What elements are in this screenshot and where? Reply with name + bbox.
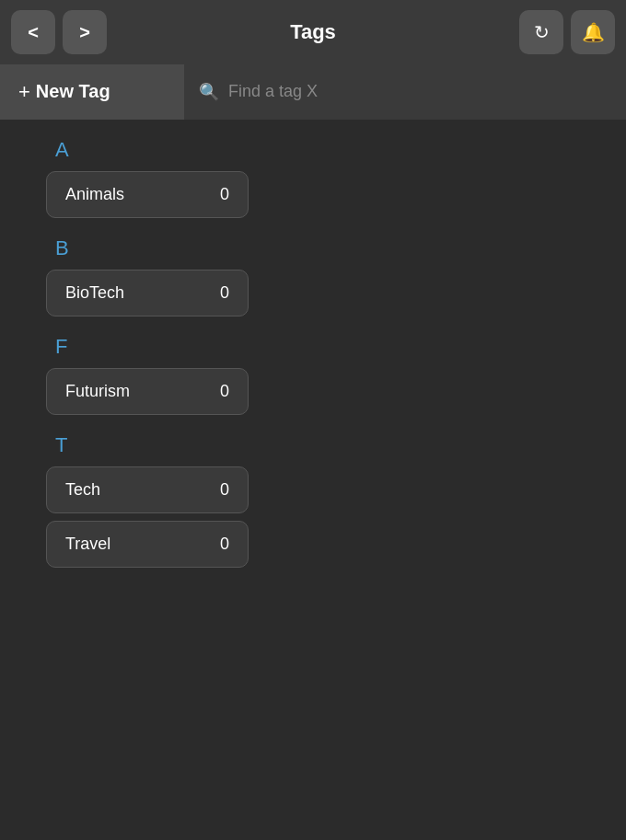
tag-name: Tech: [65, 480, 205, 500]
tag-item[interactable]: Animals0: [46, 171, 249, 218]
new-tag-button[interactable]: + New Tag: [0, 64, 184, 120]
notifications-button[interactable]: 🔔: [571, 10, 615, 54]
tag-name: BioTech: [65, 283, 205, 303]
tag-item[interactable]: Travel0: [46, 521, 249, 568]
tag-list-content: AAnimals0BBioTech0FFuturism0TTech0Travel…: [0, 120, 626, 840]
refresh-button[interactable]: ↻: [519, 10, 563, 54]
search-input[interactable]: [228, 82, 611, 101]
bell-icon: 🔔: [582, 21, 605, 43]
nav-buttons: < >: [11, 10, 107, 54]
new-tag-label: New Tag: [36, 81, 110, 102]
toolbar: + New Tag 🔍: [0, 64, 626, 120]
tag-name: Animals: [65, 185, 205, 204]
section-letter: B: [55, 236, 580, 260]
section-b: BBioTech0: [46, 236, 580, 316]
tag-count: 0: [220, 480, 229, 500]
tag-name: Futurism: [65, 382, 205, 401]
back-button[interactable]: <: [11, 10, 55, 54]
forward-button[interactable]: >: [63, 10, 107, 54]
chevron-left-icon: <: [28, 22, 39, 43]
plus-icon: +: [18, 80, 30, 104]
section-t: TTech0Travel0: [46, 433, 580, 568]
section-f: FFuturism0: [46, 335, 580, 415]
tag-list: BioTech0: [46, 270, 580, 316]
tag-count: 0: [220, 535, 229, 554]
tag-count: 0: [220, 185, 229, 204]
section-letter: T: [55, 433, 580, 457]
page-title: Tags: [107, 20, 519, 44]
tag-item[interactable]: Futurism0: [46, 368, 249, 415]
tag-count: 0: [220, 283, 229, 303]
chevron-right-icon: >: [79, 22, 90, 43]
header-actions: ↻ 🔔: [519, 10, 615, 54]
search-bar: 🔍: [184, 64, 626, 120]
section-letter: A: [55, 138, 580, 162]
section-a: AAnimals0: [46, 138, 580, 218]
tag-item[interactable]: Tech0: [46, 466, 249, 513]
section-letter: F: [55, 335, 580, 359]
header: < > Tags ↻ 🔔: [0, 0, 626, 64]
refresh-icon: ↻: [534, 21, 550, 43]
tag-name: Travel: [65, 535, 205, 554]
tag-list: Tech0Travel0: [46, 466, 580, 568]
tag-count: 0: [220, 382, 229, 401]
search-icon: 🔍: [199, 82, 219, 102]
tag-list: Futurism0: [46, 368, 580, 415]
tag-item[interactable]: BioTech0: [46, 270, 249, 316]
tag-list: Animals0: [46, 171, 580, 218]
